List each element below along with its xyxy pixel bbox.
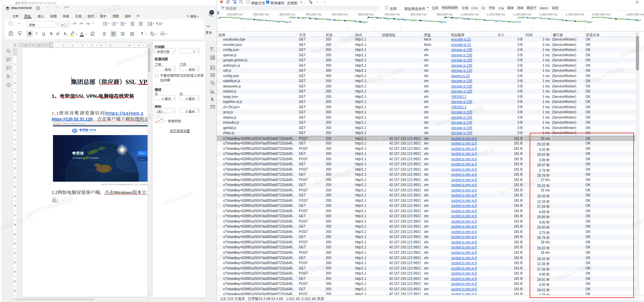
svg-text:奇安信: 奇安信 bbox=[72, 150, 84, 156]
svg-text:让网络更安全，让世界更美好: 让网络更安全，让世界更美好 bbox=[72, 157, 100, 160]
svg-text:1: 1 bbox=[63, 44, 64, 47]
svg-text:12: 12 bbox=[14, 167, 16, 169]
svg-text:17: 17 bbox=[14, 214, 16, 217]
svg-text:25: 25 bbox=[14, 290, 16, 292]
svg-text:300,000 ms: 300,000 ms bbox=[279, 13, 295, 16]
svg-text:1,500,000 ms: 1,500,000 ms bbox=[592, 13, 610, 16]
svg-text:16: 16 bbox=[14, 204, 16, 207]
svg-text:15: 15 bbox=[14, 195, 16, 197]
svg-text:1,600,000 ms: 1,600,000 ms bbox=[626, 13, 644, 16]
svg-text:Downl: Downl bbox=[139, 152, 145, 154]
svg-text:4: 4 bbox=[91, 44, 92, 47]
svg-text:9: 9 bbox=[14, 138, 16, 141]
svg-text:6: 6 bbox=[110, 44, 111, 47]
svg-text:1: 1 bbox=[14, 63, 16, 65]
svg-text:5: 5 bbox=[100, 44, 102, 47]
svg-text:22: 22 bbox=[14, 261, 16, 263]
svg-text:1,300,000 ms: 1,300,000 ms bbox=[539, 13, 558, 16]
svg-text:DataCh: DataCh bbox=[139, 158, 146, 160]
svg-text:10: 10 bbox=[14, 148, 16, 150]
svg-text:900,000 ms: 900,000 ms bbox=[437, 13, 453, 16]
svg-text:3: 3 bbox=[112, 24, 113, 26]
svg-text:A: A bbox=[211, 97, 214, 101]
svg-text:100,000 ms: 100,000 ms bbox=[227, 13, 243, 16]
svg-text:14: 14 bbox=[14, 186, 16, 188]
svg-text:7: 7 bbox=[14, 120, 16, 122]
svg-text:5: 5 bbox=[14, 101, 16, 103]
svg-text:20: 20 bbox=[14, 242, 16, 245]
svg-text:700,000 ms: 700,000 ms bbox=[384, 13, 400, 16]
svg-text:2: 2 bbox=[39, 44, 40, 47]
svg-text:9: 9 bbox=[138, 44, 140, 47]
svg-text:600,000 ms: 600,000 ms bbox=[358, 13, 374, 16]
svg-text:4: 4 bbox=[14, 92, 16, 94]
svg-text:3: 3 bbox=[14, 82, 16, 84]
svg-text:19: 19 bbox=[14, 233, 16, 235]
svg-text:8: 8 bbox=[129, 44, 130, 47]
svg-text:1,200,000 ms: 1,200,000 ms bbox=[513, 13, 531, 16]
svg-text:400,000 ms: 400,000 ms bbox=[306, 13, 322, 16]
svg-text:1,100,000 ms: 1,100,000 ms bbox=[487, 13, 505, 16]
svg-text:24: 24 bbox=[14, 280, 16, 283]
svg-text:1,000,000 ms: 1,000,000 ms bbox=[461, 13, 479, 16]
svg-text:23: 23 bbox=[14, 270, 16, 273]
svg-text:2: 2 bbox=[72, 44, 73, 47]
svg-text:3: 3 bbox=[82, 44, 83, 47]
svg-text:200,000 ms: 200,000 ms bbox=[253, 13, 269, 16]
svg-text:18: 18 bbox=[14, 224, 16, 226]
svg-text:13: 13 bbox=[14, 176, 16, 179]
svg-text:2: 2 bbox=[14, 72, 16, 75]
svg-text:800,000 ms: 800,000 ms bbox=[411, 13, 427, 16]
svg-text:500,000 ms: 500,000 ms bbox=[332, 13, 348, 16]
svg-text:8: 8 bbox=[14, 129, 16, 131]
svg-text:1,400,000 ms: 1,400,000 ms bbox=[566, 13, 584, 16]
svg-text:11: 11 bbox=[14, 158, 16, 160]
svg-text:¶: ¶ bbox=[156, 22, 158, 26]
svg-text:6: 6 bbox=[14, 110, 16, 113]
svg-text:3: 3 bbox=[25, 44, 26, 47]
svg-text:21: 21 bbox=[14, 252, 16, 254]
svg-text:7: 7 bbox=[119, 44, 120, 47]
